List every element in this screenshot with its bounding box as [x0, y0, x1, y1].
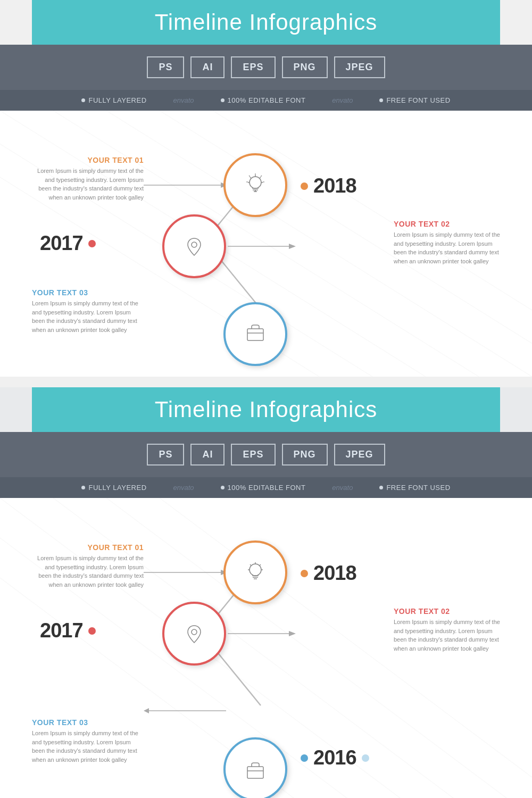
item1-arrow	[144, 180, 229, 190]
format2-png: PNG	[282, 444, 328, 466]
timeline-section-2: YOUR TEXT 01 Lorem Ipsum is simply dummy…	[0, 498, 532, 798]
timeline-section-1: YOUR TEXT 01 Lorem Ipsum is simply dummy…	[0, 111, 532, 377]
year-dot2-red	[88, 627, 96, 635]
item1-title: YOUR TEXT 01	[32, 156, 144, 164]
envato-logo-4: envato	[332, 484, 353, 492]
format-ai: AI	[190, 56, 225, 78]
svg-marker-54	[144, 708, 149, 713]
main-title-1: Timeline Infographics	[32, 10, 500, 35]
lightbulb-icon-2	[242, 559, 269, 586]
svg-line-46	[260, 564, 261, 566]
item23-title: YOUR TEXT 03	[32, 718, 138, 727]
timeline-circle-2	[162, 214, 226, 278]
format-png: PNG	[282, 56, 328, 78]
feature-dot-2	[221, 98, 225, 102]
timeline-wrapper-2: YOUR TEXT 01 Lorem Ipsum is simply dummy…	[0, 519, 532, 785]
feature-free-font: FREE FONT USED	[379, 96, 450, 104]
feature-dot2-2	[221, 486, 225, 489]
header-banner-2: Timeline Infographics	[32, 387, 500, 432]
main-title-2: Timeline Infographics	[32, 397, 500, 422]
svg-rect-29	[247, 329, 263, 340]
year-label-2018: 2018	[313, 174, 356, 197]
format2-ps: PS	[147, 444, 184, 466]
svg-point-50	[192, 629, 197, 635]
timeline2-circle-3	[223, 737, 287, 798]
item2-title: YOUR TEXT 02	[394, 220, 505, 228]
features-bar-1: FULLY LAYERED envato 100% EDITABLE FONT …	[0, 90, 532, 111]
feature2-fully-layered: FULLY LAYERED	[81, 484, 146, 492]
year-2017: 2017	[40, 232, 96, 255]
svg-point-26	[192, 242, 197, 247]
format-jpeg: JPEG	[334, 56, 385, 78]
svg-line-22	[261, 176, 262, 177]
svg-line-23	[249, 176, 250, 177]
item3-title: YOUR TEXT 03	[32, 288, 144, 297]
year2-2018: 2018	[301, 562, 356, 585]
item22-arrow	[228, 628, 297, 639]
feature-editable-font: 100% EDITABLE FONT	[221, 96, 306, 104]
format2-ai: AI	[190, 444, 225, 466]
feature-dot-3	[379, 98, 383, 102]
feature-dot2-1	[81, 486, 85, 489]
svg-marker-28	[289, 244, 296, 249]
year-dot2-blue2	[362, 754, 369, 762]
format2-eps: EPS	[231, 444, 275, 466]
timeline2-circle-2	[162, 602, 226, 666]
item22-title: YOUR TEXT 02	[394, 607, 505, 616]
feature-dot-1	[81, 98, 85, 102]
year-dot2-orange	[301, 570, 308, 577]
envato-logo-2: envato	[332, 96, 353, 104]
timeline2-circle-1	[223, 541, 287, 604]
year2-2017: 2017	[40, 619, 96, 642]
feature-dot2-3	[379, 486, 383, 489]
format-bar-1: PS AI EPS PNG JPEG	[0, 45, 532, 90]
envato-logo-1: envato	[173, 96, 194, 104]
svg-line-17	[260, 177, 261, 178]
item22-desc: Lorem Ipsum is simply dummy text of the …	[394, 618, 505, 653]
envato-logo-3: envato	[173, 484, 194, 492]
item21-desc: Lorem Ipsum is simply dummy text of the …	[32, 554, 144, 589]
timeline2-item2-text: YOUR TEXT 02 Lorem Ipsum is simply dummy…	[394, 607, 505, 653]
timeline-wrapper-1: YOUR TEXT 01 Lorem Ipsum is simply dummy…	[0, 132, 532, 345]
svg-line-16	[250, 177, 251, 178]
item2-desc: Lorem Ipsum is simply dummy text of the …	[394, 230, 505, 265]
item2-arrow	[228, 241, 297, 252]
year-dot-red	[88, 240, 96, 247]
location-pin-icon	[181, 233, 207, 260]
features-bar-2: FULLY LAYERED envato 100% EDITABLE FONT …	[0, 477, 532, 498]
location-pin-icon-2	[181, 620, 207, 647]
format2-jpeg: JPEG	[334, 444, 385, 466]
item23-arrow	[144, 705, 226, 716]
format-eps: EPS	[231, 56, 275, 78]
item21-title: YOUR TEXT 01	[32, 543, 144, 552]
year-dot2-blue	[301, 754, 308, 762]
format-ps: PS	[147, 56, 184, 78]
format-bar-2: PS AI EPS PNG JPEG	[0, 432, 532, 477]
svg-point-11	[250, 177, 261, 188]
timeline-item2-text: YOUR TEXT 02 Lorem Ipsum is simply dummy…	[394, 220, 505, 265]
lightbulb-icon	[242, 172, 269, 198]
feature2-editable-font: 100% EDITABLE FONT	[221, 484, 306, 492]
header-banner-1: Timeline Infographics	[32, 0, 500, 45]
svg-marker-52	[289, 631, 296, 636]
item23-desc: Lorem Ipsum is simply dummy text of the …	[32, 729, 138, 764]
year-label2-2018: 2018	[313, 562, 356, 585]
year-label-2017: 2017	[40, 232, 83, 255]
item3-desc: Lorem Ipsum is simply dummy text of the …	[32, 299, 144, 334]
year-label2-2017: 2017	[40, 619, 83, 642]
svg-point-41	[250, 564, 261, 576]
item21-arrow	[144, 567, 229, 578]
section-1: Timeline Infographics PS AI EPS PNG JPEG…	[0, 0, 532, 377]
timeline-item1-text: YOUR TEXT 01 Lorem Ipsum is simply dummy…	[32, 156, 144, 202]
timeline-circle-1	[223, 153, 287, 217]
feature2-free-font: FREE FONT USED	[379, 484, 450, 492]
svg-line-45	[250, 564, 251, 566]
item1-desc: Lorem Ipsum is simply dummy text of the …	[32, 167, 144, 202]
timeline-item3-text: YOUR TEXT 03 Lorem Ipsum is simply dummy…	[32, 288, 144, 334]
briefcase-icon	[242, 318, 269, 345]
year-label2-2016: 2016	[313, 746, 356, 769]
briefcase-icon-2	[242, 756, 269, 783]
feature-fully-layered: FULLY LAYERED	[81, 96, 146, 104]
section-2: Timeline Infographics PS AI EPS PNG JPEG…	[0, 387, 532, 798]
year-dot-orange	[301, 182, 308, 190]
